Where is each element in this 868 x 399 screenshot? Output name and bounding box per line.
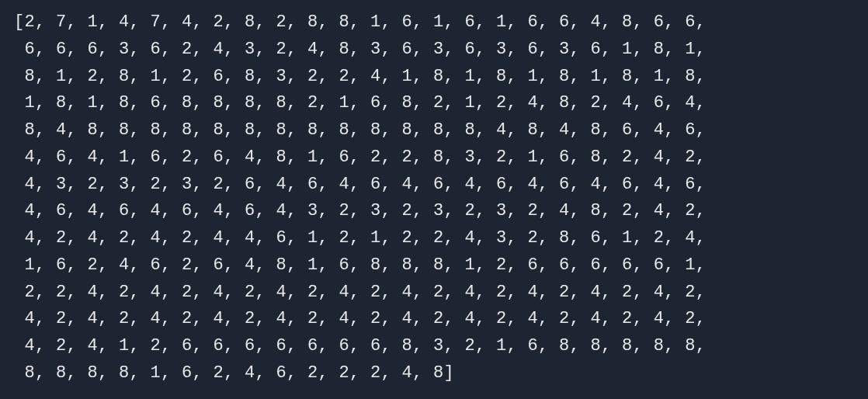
- array-text: [2, 7, 1, 4, 7, 4, 2, 8, 2, 8, 8, 1, 6, …: [14, 12, 717, 383]
- array-output: [2, 7, 1, 4, 7, 4, 2, 8, 2, 8, 8, 1, 6, …: [14, 9, 854, 387]
